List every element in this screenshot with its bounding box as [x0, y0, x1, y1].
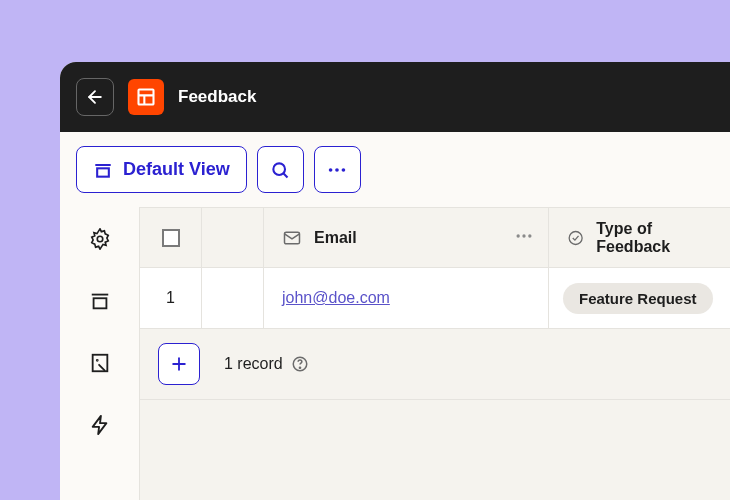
feedback-type-badge: Feature Request [563, 283, 713, 314]
svg-rect-4 [97, 168, 109, 176]
default-view-button[interactable]: Default View [76, 146, 247, 193]
email-icon [282, 228, 302, 248]
cell-email[interactable]: john@doe.com [264, 268, 549, 328]
page-title: Feedback [178, 87, 256, 107]
toolbar: Default View [60, 132, 730, 207]
row-number: 1 [140, 268, 202, 328]
content-area: Email Type of Feedback 1 john@doe.com [60, 207, 730, 500]
svg-point-14 [96, 360, 97, 361]
column-more-button[interactable] [514, 226, 534, 250]
svg-point-8 [335, 168, 339, 172]
table-area: Email Type of Feedback 1 john@doe.com [140, 207, 730, 500]
svg-line-6 [284, 173, 288, 177]
email-link[interactable]: john@doe.com [282, 289, 390, 307]
record-count: 1 record [224, 355, 309, 373]
back-button[interactable] [76, 78, 114, 116]
svg-point-18 [528, 234, 531, 237]
column-label: Email [314, 229, 357, 247]
plus-icon [169, 354, 189, 374]
views-icon [89, 290, 111, 312]
form-icon [89, 352, 111, 374]
column-label: Type of Feedback [596, 220, 712, 256]
svg-point-9 [342, 168, 346, 172]
svg-point-7 [329, 168, 333, 172]
cell-type[interactable]: Feature Request [549, 268, 730, 328]
table-row[interactable]: 1 john@doe.com Feature Request [140, 268, 730, 329]
search-button[interactable] [257, 146, 304, 193]
lightning-icon [89, 414, 111, 436]
table-footer: 1 record [140, 329, 730, 400]
sidebar-forms[interactable] [88, 351, 112, 375]
header-bar: Feedback [60, 62, 730, 132]
dots-horizontal-icon [326, 159, 348, 181]
svg-point-16 [517, 234, 520, 237]
column-header-type[interactable]: Type of Feedback [549, 208, 730, 267]
checkbox-icon [162, 229, 180, 247]
select-all-cell[interactable] [140, 208, 202, 267]
sidebar-views[interactable] [88, 289, 112, 313]
dots-horizontal-icon [514, 226, 534, 246]
table-empty-area [140, 400, 730, 500]
svg-rect-12 [93, 298, 106, 308]
select-type-icon [567, 228, 584, 248]
arrow-left-icon [85, 87, 105, 107]
svg-point-19 [569, 231, 582, 244]
svg-rect-0 [139, 90, 154, 105]
view-icon [93, 160, 113, 180]
table-header: Email Type of Feedback [140, 207, 730, 268]
sidebar [60, 207, 140, 500]
table-icon [128, 79, 164, 115]
sidebar-settings[interactable] [88, 227, 112, 251]
gear-icon [89, 228, 111, 250]
drag-handle-column [202, 208, 264, 267]
more-button[interactable] [314, 146, 361, 193]
app-window: Feedback Default View [60, 62, 730, 500]
sidebar-automations[interactable] [88, 413, 112, 437]
view-label: Default View [123, 159, 230, 180]
help-icon[interactable] [291, 355, 309, 373]
row-drag-handle[interactable] [202, 268, 264, 328]
add-row-button[interactable] [158, 343, 200, 385]
search-icon [270, 160, 290, 180]
svg-point-23 [299, 367, 300, 368]
svg-point-10 [97, 236, 103, 242]
svg-point-5 [274, 163, 286, 175]
column-header-email[interactable]: Email [264, 208, 549, 267]
svg-rect-13 [92, 355, 107, 372]
svg-point-17 [522, 234, 525, 237]
